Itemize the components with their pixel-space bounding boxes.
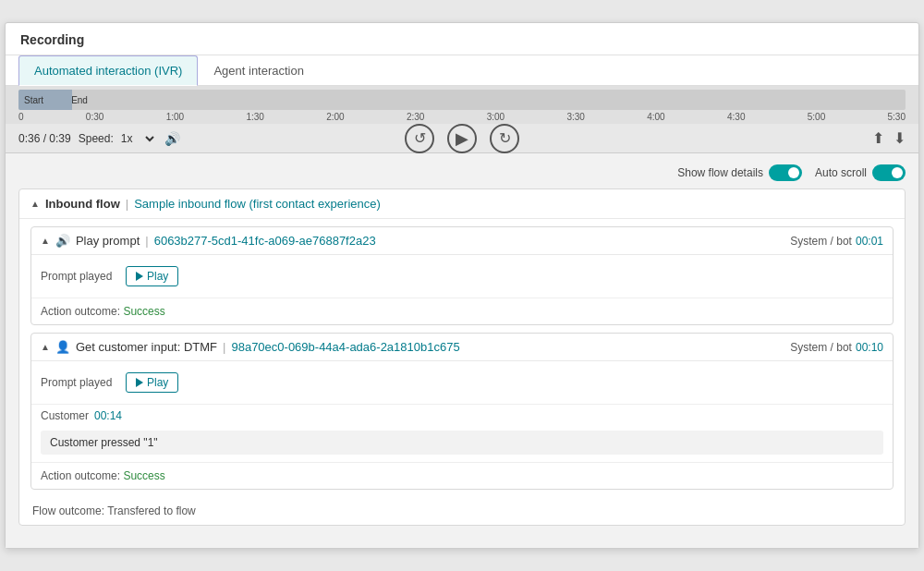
- window-title: Recording: [6, 23, 918, 55]
- ctrl-right: ⬆ ⬇: [872, 129, 906, 147]
- step2-body: Prompt played Play: [31, 360, 893, 404]
- customer-pressed: Customer pressed "1": [41, 431, 883, 455]
- show-flow-details-toggle[interactable]: [769, 164, 802, 181]
- timeline-progress: Start End: [18, 90, 72, 110]
- flow-outcome: Flow outcome: Transfered to flow: [19, 497, 905, 525]
- play-pause-button[interactable]: ▶: [447, 124, 477, 153]
- inbound-flow-section: ▲ Inbound flow | Sample inbound flow (fi…: [18, 188, 906, 526]
- sound-icon: 🔊: [55, 234, 70, 248]
- timeline-labels: 0 0:30 1:00 1:30 2:00 2:30 3:00 3:30 4:0…: [18, 112, 906, 124]
- step2-id-link[interactable]: 98a70ec0-069b-44a4-ada6-2a1810b1c675: [231, 340, 459, 354]
- step1-play-button[interactable]: Play: [126, 266, 178, 286]
- rewind-button[interactable]: ↺: [405, 124, 434, 153]
- auto-scroll-toggle[interactable]: [872, 164, 906, 181]
- person-icon: 👤: [55, 340, 70, 354]
- timeline-area: Start End 0 0:30 1:00 1:30 2:00 2:30 3:0…: [6, 86, 918, 124]
- step-play-prompt-header: ▲ 🔊 Play prompt | 6063b277-5cd1-41fc-a06…: [31, 227, 893, 254]
- flow-details-bar: Show flow details Auto scroll: [18, 161, 906, 188]
- step2-header: ▲ 👤 Get customer input: DTMF | 98a70ec0-…: [31, 334, 893, 360]
- step1-prompt-row: Prompt played Play: [41, 262, 883, 290]
- speed-control: Speed: 1x 1.5x 2x: [79, 131, 157, 146]
- tab-agent[interactable]: Agent interaction: [198, 55, 320, 86]
- step2-collapse-arrow[interactable]: ▲: [41, 342, 50, 352]
- flow-header-link[interactable]: Sample inbound flow (first contact exper…: [134, 197, 381, 211]
- controls-bar: 0:36 / 0:39 Speed: 1x 1.5x 2x 🔊 ↺ ▶ ↻ ⬆ …: [6, 124, 918, 153]
- step1-action-outcome: Action outcome: Success: [31, 298, 893, 324]
- tab-ivr[interactable]: Automated interaction (IVR): [18, 55, 198, 86]
- timeline-track[interactable]: Start End: [18, 90, 906, 110]
- speed-select[interactable]: 1x 1.5x 2x: [117, 131, 157, 146]
- download-icon[interactable]: ⬇: [894, 129, 906, 147]
- step2-play-triangle-icon: [136, 378, 143, 387]
- show-flow-details-toggle-group: Show flow details: [677, 164, 802, 181]
- step1-id-link[interactable]: 6063b277-5cd1-41fc-a069-ae76887f2a23: [154, 234, 376, 248]
- main-window: Recording Automated interaction (IVR) Ag…: [5, 22, 919, 549]
- volume-icon[interactable]: 🔊: [164, 131, 180, 146]
- time-display: 0:36 / 0:39: [18, 132, 71, 145]
- step2-meta: System / bot 00:10: [790, 341, 883, 354]
- collapse-arrow[interactable]: ▲: [30, 199, 40, 209]
- step2-play-button[interactable]: Play: [126, 372, 178, 393]
- content-area: Show flow details Auto scroll ▲ Inbound …: [6, 153, 918, 548]
- share-icon[interactable]: ⬆: [872, 129, 884, 147]
- step1-play-triangle-icon: [136, 272, 143, 281]
- step1-body: Prompt played Play: [31, 254, 893, 298]
- customer-bar: Customer 00:14: [31, 404, 893, 427]
- flow-header: ▲ Inbound flow | Sample inbound flow (fi…: [19, 189, 905, 219]
- step2-action-outcome: Action outcome: Success: [31, 462, 893, 489]
- forward-button[interactable]: ↻: [490, 124, 519, 153]
- auto-scroll-toggle-group: Auto scroll: [815, 164, 906, 181]
- step1-collapse-arrow[interactable]: ▲: [41, 236, 50, 246]
- step-get-customer-input: ▲ 👤 Get customer input: DTMF | 98a70ec0-…: [30, 333, 894, 490]
- step-play-prompt: ▲ 🔊 Play prompt | 6063b277-5cd1-41fc-a06…: [30, 226, 894, 325]
- tabs-bar: Automated interaction (IVR) Agent intera…: [6, 55, 918, 86]
- step1-meta: System / bot 00:01: [790, 235, 883, 248]
- step2-prompt-row: Prompt played Play: [41, 369, 883, 396]
